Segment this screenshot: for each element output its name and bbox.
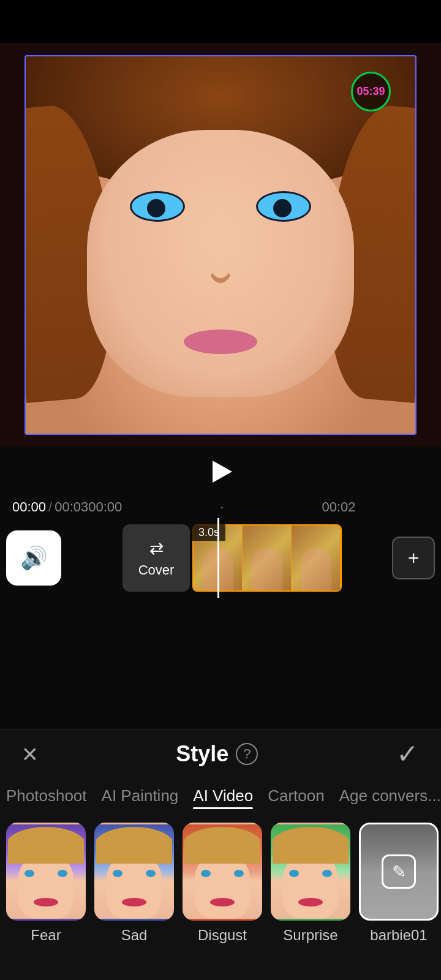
timer-value: 05:39 [356, 85, 385, 98]
eye-r-surprise [322, 870, 332, 877]
total-time: 00:03 [55, 499, 88, 515]
tab-ai-video[interactable]: AI Video [193, 783, 253, 809]
eye-l-surprise [289, 870, 299, 877]
timecodes-bar: 00:00 / 00:03 00:00 · 00:02 · [0, 496, 441, 518]
add-clip-icon: + [408, 547, 420, 570]
clip-duration: 3.0s [192, 524, 225, 541]
audio-icon: 🔊 [20, 545, 48, 571]
style-confirm-button[interactable]: ✓ [396, 741, 419, 767]
eye-right [256, 191, 311, 222]
style-help-button[interactable]: ? [236, 743, 258, 765]
timeline-marks: 00:00 · 00:02 · [88, 499, 441, 515]
video-preview: 05:39 [0, 43, 441, 447]
thumb-face-disgust [195, 851, 250, 919]
mark-2: 00:02 [322, 499, 355, 515]
thumb-face-sad [107, 851, 162, 919]
style-label-surprise: Surprise [283, 927, 337, 944]
eye-r-fear [58, 870, 67, 877]
edit-overlay: ✎ [361, 824, 437, 919]
style-item-sad[interactable]: Sad [94, 823, 174, 944]
play-button[interactable] [205, 456, 236, 487]
style-panel: × Style ? ✓ Photoshoot AI Painting AI Vi… [0, 729, 441, 980]
eyes-disgust [201, 870, 244, 878]
tab-ai-painting[interactable]: AI Painting [102, 783, 179, 809]
style-label-disgust: Disgust [198, 927, 247, 944]
eye-r-disgust [234, 870, 244, 877]
nose [208, 246, 233, 283]
playback-controls [0, 447, 441, 496]
barbie-face-display [26, 56, 415, 434]
thumb-face-surprise [283, 851, 338, 919]
timeline-area: 00:00 / 00:03 00:00 · 00:02 · 🔊 ⇄ Cover … [0, 496, 441, 606]
timeline-cursor [217, 518, 219, 598]
lips-disgust [210, 898, 235, 907]
tab-cartoon[interactable]: Cartoon [268, 783, 325, 809]
timer-badge[interactable]: 05:39 [351, 72, 391, 111]
style-thumb-disgust [183, 823, 262, 921]
style-item-fear[interactable]: Fear [6, 823, 86, 944]
time-separator: / [48, 499, 52, 515]
thumb-person-2 [252, 548, 282, 590]
clip-thumb-3 [292, 526, 341, 590]
lips-surprise [298, 898, 323, 907]
thumb-face-fear [18, 851, 74, 919]
style-title-group: Style ? [176, 741, 258, 767]
category-tabs: Photoshoot AI Painting AI Video Cartoon … [0, 778, 441, 813]
eyes-fear [24, 870, 67, 878]
style-label-fear: Fear [31, 927, 61, 944]
style-close-button[interactable]: × [22, 741, 38, 767]
audio-button[interactable]: 🔊 [6, 530, 61, 586]
cover-label: Cover [138, 562, 175, 578]
style-item-barbie01[interactable]: ✎ barbie01 [359, 823, 439, 944]
style-label-sad: Sad [121, 927, 148, 944]
style-thumb-barbie01: ✎ [359, 823, 439, 921]
edit-icon: ✎ [392, 862, 406, 882]
style-title: Style [176, 741, 228, 767]
eye-l-fear [24, 870, 34, 877]
eye-l-sad [113, 870, 123, 877]
tab-photoshoot[interactable]: Photoshoot [6, 783, 87, 809]
lips [184, 330, 257, 354]
cover-arrows-icon: ⇄ [149, 538, 164, 559]
style-label-barbie01: barbie01 [370, 927, 427, 944]
eyes-surprise [289, 870, 332, 878]
clip-thumb-2 [243, 526, 292, 590]
mark-dot1: · [220, 499, 224, 515]
lips-sad [122, 898, 146, 907]
timeline-track: 🔊 ⇄ Cover 3.0s + [0, 518, 441, 598]
style-thumb-surprise [271, 823, 350, 921]
eye-l-disgust [201, 870, 211, 877]
tab-age-conversion[interactable]: Age convers... [339, 783, 441, 809]
edit-icon-circle: ✎ [382, 854, 416, 889]
play-icon [213, 461, 232, 483]
top-status-bar [0, 0, 441, 43]
cover-button[interactable]: ⇄ Cover [123, 524, 190, 592]
eye-left [130, 191, 185, 222]
current-time: 00:00 [12, 499, 46, 515]
style-panel-header: × Style ? ✓ [0, 729, 441, 778]
lips-fear [34, 898, 58, 907]
mark-0: 00:00 [88, 499, 122, 515]
style-item-disgust[interactable]: Disgust [183, 823, 262, 944]
video-frame: 05:39 [24, 55, 417, 435]
thumb-person-3 [301, 548, 331, 590]
help-icon: ? [243, 746, 251, 762]
style-thumb-sad [94, 823, 174, 921]
eye-r-sad [146, 870, 156, 877]
style-item-surprise[interactable]: Surprise [271, 823, 350, 944]
style-thumb-fear [6, 823, 86, 921]
style-items-list: Fear Sad [0, 813, 441, 972]
eyes-sad [113, 870, 156, 878]
video-clips-track: 3.0s [192, 524, 387, 592]
add-clip-button[interactable]: + [392, 537, 435, 579]
